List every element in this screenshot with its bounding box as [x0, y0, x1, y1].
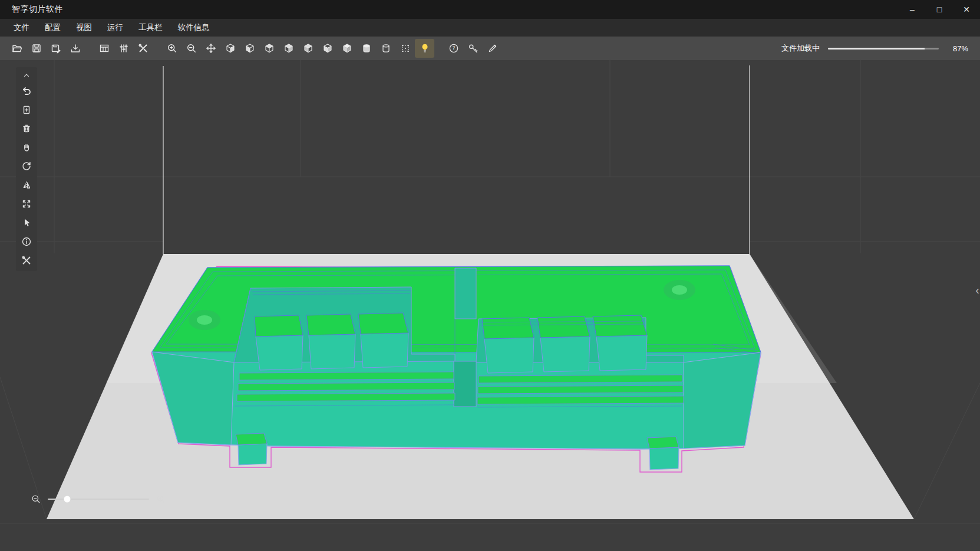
duplicate-button[interactable] — [17, 101, 36, 118]
view-back-icon — [244, 42, 256, 54]
front-cube-right[interactable] — [647, 437, 679, 470]
right-panel-toggle[interactable]: ‹ — [975, 284, 979, 296]
progress-bar — [828, 48, 939, 50]
select-button[interactable] — [17, 214, 36, 232]
menubar: 文件 配置 视图 运行 工具栏 软件信息 — [0, 19, 980, 37]
view-iso-button[interactable] — [337, 39, 357, 58]
bulb-glass — [422, 44, 427, 50]
duplicate-plus-icon — [21, 104, 32, 116]
zoom-out-button[interactable] — [182, 39, 201, 58]
wireframe-cube-icon — [400, 42, 411, 54]
view-top-button[interactable] — [298, 39, 318, 58]
front-cube-left[interactable] — [236, 433, 267, 465]
maximize-button[interactable]: □ — [926, 0, 953, 19]
help-button[interactable]: ? — [444, 39, 463, 58]
palette-collapse-button[interactable] — [17, 69, 36, 81]
arrange-button[interactable] — [94, 39, 114, 58]
open-folder-icon — [11, 42, 23, 54]
open-button[interactable] — [7, 39, 27, 58]
fit-view-button[interactable] — [17, 195, 36, 213]
undo-button[interactable] — [17, 82, 36, 100]
key-icon — [467, 42, 479, 54]
expand-arrows-icon — [21, 198, 32, 210]
undo-icon — [21, 85, 32, 97]
cylinder-outline-button[interactable] — [376, 39, 395, 58]
trash-icon — [21, 123, 32, 134]
wrench-icon — [137, 42, 149, 54]
zoom-in-small-icon[interactable] — [156, 494, 166, 504]
view-bottom-icon — [322, 42, 334, 54]
wireframe-button[interactable] — [395, 39, 415, 58]
zoom-slider-track[interactable] — [48, 499, 149, 500]
cube-top — [236, 433, 267, 445]
minimize-button[interactable]: – — [899, 0, 926, 19]
arrange-icon — [98, 42, 110, 54]
key-button[interactable] — [463, 39, 483, 58]
svg-text:?: ? — [452, 45, 455, 51]
cube-top — [647, 437, 679, 448]
model-tools-button[interactable] — [17, 252, 36, 269]
menu-config[interactable]: 配置 — [37, 19, 68, 37]
view-bottom-button[interactable] — [318, 39, 337, 58]
import-icon — [70, 42, 81, 54]
mirror-button[interactable] — [17, 176, 36, 194]
sliders-icon — [118, 42, 130, 54]
save-as-icon — [50, 42, 62, 54]
view-left-button[interactable] — [259, 39, 279, 58]
move-button[interactable] — [201, 39, 220, 58]
view-iso-icon — [341, 42, 353, 54]
cube-front — [238, 444, 267, 465]
menu-view[interactable]: 视图 — [68, 19, 100, 37]
main-toolbar: ? 文件加载中 87% — [0, 37, 980, 60]
light-toggle-button[interactable] — [415, 39, 434, 58]
load-progress-area: 文件加载中 87% — [781, 43, 973, 54]
lightbulb-icon — [419, 42, 431, 54]
zoom-slider-handle[interactable] — [64, 496, 70, 503]
hand-icon — [21, 141, 32, 153]
pen-button[interactable] — [483, 39, 502, 58]
info-icon — [21, 236, 32, 248]
view-left-icon — [263, 42, 275, 54]
cylinder-button[interactable] — [357, 39, 376, 58]
view-back-button[interactable] — [240, 39, 259, 58]
progress-label: 文件加载中 — [781, 43, 820, 54]
adjust-button[interactable] — [114, 39, 133, 58]
window-controls: – □ ✕ — [899, 0, 980, 19]
rotate-icon — [21, 160, 32, 172]
close-button[interactable]: ✕ — [953, 0, 980, 19]
app-title: 智享切片软件 — [0, 4, 63, 15]
pen-icon — [487, 42, 499, 54]
save-as-button[interactable] — [46, 39, 65, 58]
info-button[interactable] — [17, 233, 36, 250]
zoom-in-button[interactable] — [162, 39, 182, 58]
delete-button[interactable] — [17, 120, 36, 137]
move-icon — [205, 42, 217, 54]
menu-about[interactable]: 软件信息 — [170, 19, 217, 37]
viewport-canvas[interactable] — [0, 60, 980, 551]
zoom-out-small-icon[interactable] — [31, 494, 41, 504]
zoom-control — [31, 494, 166, 504]
chevron-up-icon — [21, 71, 32, 79]
cube-front — [649, 447, 679, 470]
view-front-button[interactable] — [220, 39, 240, 58]
view-front-icon — [225, 42, 236, 54]
menu-file[interactable]: 文件 — [6, 19, 37, 37]
menu-run[interactable]: 运行 — [100, 19, 131, 37]
view-top-icon — [302, 42, 314, 54]
tools-button[interactable] — [133, 39, 153, 58]
import-button[interactable] — [65, 39, 85, 58]
pan-button[interactable] — [17, 138, 36, 156]
viewport[interactable]: ‹ — [0, 60, 980, 551]
zoom-out-icon — [186, 42, 197, 54]
cursor-icon — [21, 217, 32, 229]
rotate-button[interactable] — [17, 157, 36, 175]
crossed-tools-icon — [21, 255, 32, 266]
save-button[interactable] — [27, 39, 46, 58]
progress-percent: 87% — [947, 44, 968, 53]
model[interactable] — [152, 266, 761, 449]
save-icon — [31, 42, 42, 54]
view-right-button[interactable] — [279, 39, 298, 58]
menu-toolbar[interactable]: 工具栏 — [131, 19, 170, 37]
build-volume-edges — [163, 65, 750, 254]
progress-fill — [828, 48, 925, 50]
